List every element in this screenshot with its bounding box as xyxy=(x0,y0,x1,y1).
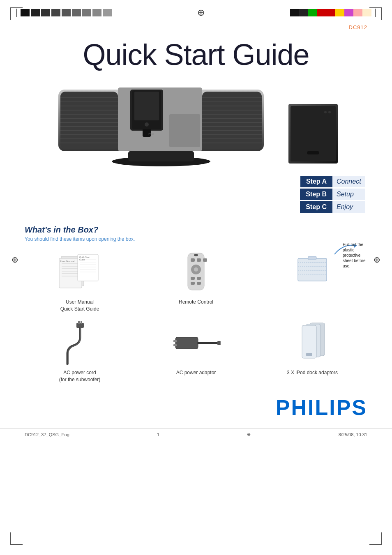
svg-point-71 xyxy=(194,254,198,256)
svg-rect-68 xyxy=(197,277,201,280)
right-reg-mark: ⊕ xyxy=(374,255,380,265)
step-a-row: Step A Connect xyxy=(300,176,365,187)
footer-right: 8/25/08, 10:31 xyxy=(339,432,367,437)
svg-rect-31 xyxy=(134,92,159,120)
left-color-strip xyxy=(21,9,112,16)
svg-rect-84 xyxy=(173,344,177,346)
svg-rect-70 xyxy=(197,282,201,285)
step-c-label: Step C xyxy=(300,201,332,213)
svg-point-32 xyxy=(145,122,149,127)
left-reg-mark: ⊕ xyxy=(12,255,18,265)
svg-rect-62 xyxy=(191,258,195,262)
svg-rect-81 xyxy=(81,321,82,324)
svg-rect-80 xyxy=(78,321,80,324)
top-bar: ⊕ xyxy=(0,0,392,22)
step-a-action: Connect xyxy=(332,176,365,187)
center-reg-mark: ⊕ xyxy=(197,7,205,18)
svg-rect-83 xyxy=(173,340,177,342)
footer-center: 1 xyxy=(157,432,159,437)
product-image-area: PHILIPS iPod xyxy=(0,81,392,168)
list-item: AC power cord(for the subwoofer) xyxy=(25,321,135,383)
pull-note-text: Pull out the plastic protective sheet be… xyxy=(343,242,371,269)
manual-label: User ManualQuick Start Guide xyxy=(60,299,99,313)
svg-rect-73 xyxy=(298,258,327,281)
svg-rect-90 xyxy=(306,353,312,356)
svg-text:Guide: Guide xyxy=(79,258,85,261)
svg-rect-82 xyxy=(175,337,198,349)
svg-text:iPod: iPod xyxy=(148,132,154,135)
list-item: 3 X iPod dock adaptors xyxy=(257,321,367,383)
right-color-strip xyxy=(290,9,371,16)
footer-left: DC912_37_QSG_Eng xyxy=(25,432,69,437)
dock-adaptors-icon xyxy=(286,321,339,366)
list-item: AC power adaptor xyxy=(141,321,251,383)
list-item: Remote Control xyxy=(141,250,251,313)
dock-adaptors-label: 3 X iPod dock adaptors xyxy=(287,369,338,376)
step-b-row: Step B Setup xyxy=(300,189,365,200)
page-title: Quick Start Guide xyxy=(0,30,392,81)
svg-rect-64 xyxy=(203,258,207,262)
list-item: Pull out the plastic protective sheet be… xyxy=(257,250,367,313)
step-b-action: Setup xyxy=(332,189,365,200)
power-cord-label: AC power cord(for the subwoofer) xyxy=(59,369,101,383)
svg-point-41 xyxy=(328,111,331,113)
model-number: DC912 xyxy=(0,22,392,30)
svg-rect-63 xyxy=(197,258,201,262)
speaker-image: PHILIPS iPod xyxy=(50,81,276,168)
svg-point-66 xyxy=(194,267,198,272)
power-adaptor-icon xyxy=(169,321,223,366)
svg-rect-67 xyxy=(191,277,195,280)
svg-rect-69 xyxy=(191,282,195,285)
step-c-action: Enjoy xyxy=(332,201,365,213)
svg-rect-33 xyxy=(169,114,200,147)
sheet-icon xyxy=(286,250,339,295)
power-cord-icon xyxy=(53,321,106,366)
whats-in-box-subtitle: You should find these items upon opening… xyxy=(25,236,367,242)
step-a-label: Step A xyxy=(300,176,332,187)
subwoofer-image xyxy=(284,102,342,168)
manual-icon: User Manual Quick Start Guide xyxy=(53,250,106,295)
svg-text:User Manual: User Manual xyxy=(60,260,74,263)
list-item: User Manual Quick Start Guide User Manua… xyxy=(25,250,135,313)
bottom-reg-mark: ⊕ xyxy=(247,432,251,437)
whats-in-box-title: What's in the Box? xyxy=(25,225,367,235)
bottom-bar: DC912_37_QSG_Eng 1 ⊕ 8/25/08, 10:31 xyxy=(0,428,392,440)
step-c-row: Step C Enjoy xyxy=(300,201,365,213)
svg-rect-78 xyxy=(308,256,316,260)
remote-icon xyxy=(169,250,223,295)
whats-in-box-section: What's in the Box? You should find these… xyxy=(0,225,392,391)
adaptor-label: AC power adaptor xyxy=(176,369,216,376)
steps-area: Step A Connect Step B Setup Step C Enjoy xyxy=(0,176,392,213)
svg-rect-86 xyxy=(220,342,221,344)
philips-logo: PHILIPS xyxy=(0,395,392,420)
svg-rect-42 xyxy=(307,151,319,154)
svg-rect-37 xyxy=(128,151,194,161)
svg-rect-14 xyxy=(202,92,262,149)
svg-point-40 xyxy=(324,111,327,113)
step-b-label: Step B xyxy=(300,189,332,200)
svg-rect-1 xyxy=(60,92,118,149)
remote-label: Remote Control xyxy=(179,299,213,306)
items-grid: User Manual Quick Start Guide User Manua… xyxy=(25,250,367,383)
